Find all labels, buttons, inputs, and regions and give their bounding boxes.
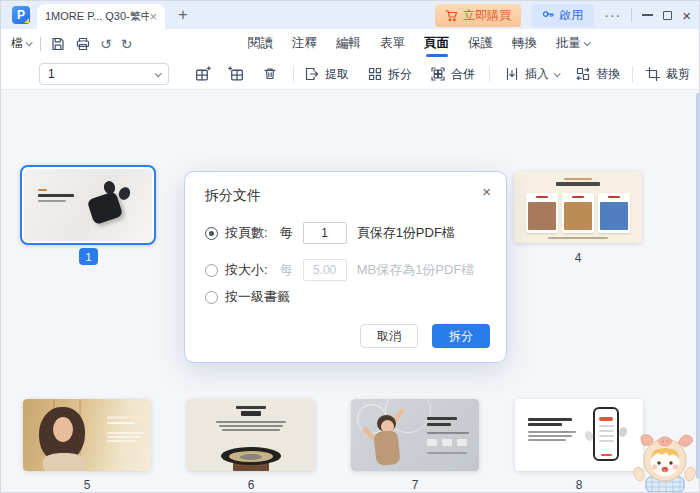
replace-label: 替換	[596, 66, 620, 83]
page-6-preview	[187, 399, 315, 471]
activate-label: 啟用	[559, 7, 583, 24]
by-pages-label: 按頁數:	[225, 224, 268, 242]
page-thumbnail-1[interactable]	[20, 165, 156, 245]
window-maximize-icon[interactable]	[663, 11, 672, 20]
page-7-number: 7	[351, 478, 479, 492]
tab-read[interactable]: 閱讀	[247, 35, 274, 52]
vertical-scrollbar[interactable]	[696, 93, 700, 479]
page-thumbnail-5[interactable]	[23, 399, 151, 471]
key-icon	[542, 9, 554, 21]
insert-page-before-button[interactable]	[189, 61, 215, 87]
split-document-dialog: 拆分文件 × 按頁數: 每 頁保存1份PDF檔 按大小: 每 MB保存為1份PD…	[184, 171, 507, 363]
mascot	[621, 430, 699, 493]
toolbar-divider	[293, 66, 294, 82]
page-toolbar: 提取 拆分 合併 插入 替換 裁剪	[1, 58, 699, 90]
crop-icon	[645, 66, 661, 82]
tab-convert[interactable]: 轉換	[511, 35, 538, 52]
dialog-title: 拆分文件	[205, 187, 261, 205]
ribbon-tabs: 閱讀 注釋 編輯 表單 頁面 保護 轉換 批量	[247, 29, 590, 58]
tab-form[interactable]: 表單	[379, 35, 406, 52]
tab-batch[interactable]: 批量	[555, 35, 590, 52]
window-minimize-icon[interactable]	[642, 14, 653, 15]
radio-by-size[interactable]	[205, 264, 218, 277]
merge-label: 合併	[451, 66, 475, 83]
split-button[interactable]: 拆分	[367, 66, 412, 83]
extract-button[interactable]: 提取	[304, 66, 349, 83]
by-bookmark-label: 按一級書籤	[225, 288, 290, 306]
page-thumbnail-6[interactable]	[187, 399, 315, 471]
insert-icon	[504, 66, 520, 82]
document-tab[interactable]: 1MORE P... Q30-繁中 ×	[37, 4, 165, 29]
replace-icon	[575, 66, 591, 82]
insert-page-after-button[interactable]	[223, 61, 249, 87]
more-menu-icon[interactable]: ···	[604, 7, 621, 23]
delete-page-button[interactable]	[257, 61, 283, 87]
titlebar-divider	[631, 8, 632, 22]
page-4-preview	[514, 171, 642, 243]
by-pages-every: 每	[280, 224, 293, 242]
app-logo-icon: P	[12, 6, 30, 24]
extract-label: 提取	[325, 66, 349, 83]
file-menu[interactable]: 檔	[11, 35, 31, 52]
extract-icon	[304, 66, 320, 82]
page-5-number: 5	[23, 478, 151, 492]
insert-button[interactable]: 插入	[504, 66, 559, 83]
page-thumbnail-4[interactable]	[514, 171, 642, 243]
tab-page[interactable]: 頁面	[423, 35, 450, 52]
cancel-button[interactable]: 取消	[360, 324, 418, 348]
buy-now-label: 立即購買	[463, 7, 511, 24]
toolbar-divider	[489, 66, 490, 82]
tab-close-icon[interactable]: ×	[149, 10, 157, 23]
undo-icon[interactable]: ↺	[100, 36, 112, 52]
tab-protect[interactable]: 保護	[467, 35, 494, 52]
tab-batch-label: 批量	[556, 35, 581, 52]
by-pages-suffix: 頁保存1份PDF檔	[357, 224, 455, 242]
document-tab-title: 1MORE P... Q30-繁中	[45, 9, 149, 24]
page-select-combobox[interactable]	[39, 63, 169, 85]
merge-icon	[430, 66, 446, 82]
split-label: 拆分	[388, 66, 412, 83]
page-1-preview	[24, 169, 152, 241]
titlebar: P 1MORE P... Q30-繁中 × + 立即購買 啟用 ··· ×	[1, 1, 699, 29]
split-icon	[367, 66, 383, 82]
activate-button[interactable]: 啟用	[531, 4, 594, 27]
cart-icon	[445, 9, 458, 22]
pages-count-input[interactable]	[303, 222, 347, 244]
radio-by-pages[interactable]	[205, 227, 218, 240]
menubar-divider	[40, 37, 41, 51]
radio-by-bookmark[interactable]	[205, 291, 218, 304]
split-confirm-button[interactable]: 拆分	[432, 324, 490, 348]
by-size-every: 每	[280, 261, 293, 279]
chevron-down-icon	[584, 39, 591, 46]
page-1-number-badge: 1	[79, 248, 98, 265]
insert-label: 插入	[525, 66, 549, 83]
toolbar-divider	[632, 66, 633, 82]
print-icon[interactable]	[75, 36, 91, 52]
chevron-down-icon	[26, 39, 33, 46]
replace-button[interactable]: 替換	[575, 66, 620, 83]
redo-icon[interactable]: ↻	[121, 36, 133, 52]
split-by-pages-row: 按頁數: 每 頁保存1份PDF檔	[205, 221, 455, 245]
split-by-bookmark-row: 按一級書籤	[205, 285, 290, 309]
page-number-input[interactable]	[48, 67, 138, 81]
pdf-editor-window: P 1MORE P... Q30-繁中 × + 立即購買 啟用 ··· × 檔	[0, 0, 700, 493]
chevron-down-icon	[155, 70, 162, 77]
merge-button[interactable]: 合併	[430, 66, 475, 83]
new-tab-button[interactable]: +	[173, 4, 193, 26]
buy-now-button[interactable]: 立即購買	[435, 4, 521, 27]
crop-button[interactable]: 裁剪	[645, 66, 690, 83]
menubar: 檔 ↺ ↻ 閱讀 注釋 編輯 表單 頁面 保護 轉換 批量	[1, 29, 699, 58]
dialog-close-icon[interactable]: ×	[482, 183, 491, 200]
window-close-icon[interactable]: ×	[682, 8, 691, 23]
save-icon[interactable]	[50, 36, 66, 52]
page-thumbnail-7[interactable]	[351, 399, 479, 471]
crop-label: 裁剪	[666, 66, 690, 83]
page-4-number: 4	[514, 251, 642, 265]
tab-comment[interactable]: 注釋	[291, 35, 318, 52]
by-size-label: 按大小:	[225, 261, 268, 279]
size-mb-input[interactable]	[303, 259, 347, 281]
tab-edit[interactable]: 編輯	[335, 35, 362, 52]
by-size-suffix: MB保存為1份PDF檔	[357, 261, 475, 279]
page-thumbnails-canvas: 1 4	[1, 90, 700, 493]
page-5-preview	[23, 399, 151, 471]
